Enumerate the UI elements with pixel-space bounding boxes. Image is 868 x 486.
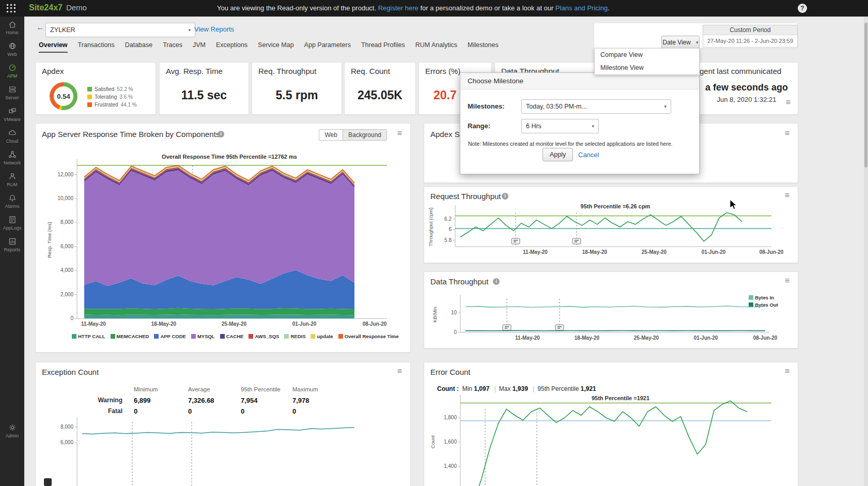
- tab-database[interactable]: Database: [125, 41, 153, 53]
- range-select[interactable]: 6 Hrs ▾: [521, 119, 599, 133]
- sidebar-item-rum[interactable]: RUM: [0, 169, 24, 190]
- scrollbar-thumb[interactable]: [864, 23, 867, 168]
- sidebar-item-home[interactable]: Home: [0, 17, 24, 38]
- svg-text:6,000: 6,000: [60, 244, 73, 249]
- register-here-link[interactable]: Register here: [378, 4, 419, 12]
- apply-button[interactable]: Apply: [542, 148, 573, 161]
- sidebar-item-label: RUM: [7, 182, 18, 187]
- sidebar-item-admin[interactable]: Admin: [0, 420, 24, 442]
- sidebar-item-web[interactable]: Web: [0, 38, 24, 60]
- table-cell: 0: [188, 407, 241, 418]
- sidebar-item-server[interactable]: Server: [0, 82, 24, 103]
- info-icon[interactable]: i: [218, 131, 224, 138]
- plans-pricing-link[interactable]: Plans and Pricing: [555, 4, 608, 12]
- info-icon[interactable]: i: [502, 193, 508, 200]
- svg-text:4,000: 4,000: [60, 267, 73, 273]
- svg-text:08-Jun-20: 08-Jun-20: [753, 335, 778, 341]
- sidebar-item-label: Web: [7, 52, 17, 57]
- tab-milestones[interactable]: Milestones: [468, 41, 499, 53]
- sidebar-item-alarms[interactable]: Alarms: [0, 190, 24, 212]
- chart-title: Data Throughput: [430, 277, 488, 286]
- sidebar-item-vmware[interactable]: VMware: [0, 103, 24, 125]
- menu-item-milestone-view[interactable]: Milestone View: [595, 62, 699, 74]
- app-grid-icon[interactable]: [7, 4, 16, 12]
- scrollbar[interactable]: [864, 17, 868, 486]
- chart-menu-icon[interactable]: ≡: [397, 368, 402, 375]
- sidebar-item-label: Alarms: [5, 204, 19, 209]
- brand-suffix: Demo: [66, 3, 87, 12]
- date-view-label: Date View: [662, 39, 690, 46]
- banner-text: for a personalized demo or take a look a…: [420, 4, 553, 12]
- tab-thread-profiles[interactable]: Thread Profiles: [361, 41, 405, 53]
- svg-text:01-Jun-20: 01-Jun-20: [694, 335, 718, 341]
- chart-menu-icon[interactable]: ≡: [785, 277, 789, 284]
- sidebar-item-reports[interactable]: Reports: [0, 234, 24, 255]
- chart-menu-icon[interactable]: ≡: [397, 130, 402, 137]
- range-select-value: 6 Hrs: [526, 123, 541, 130]
- sidebar-item-network[interactable]: Network: [0, 147, 24, 169]
- toggle-web[interactable]: Web: [319, 130, 342, 140]
- metric-title: Req. Throughput: [258, 67, 316, 75]
- svg-text:12,000: 12,000: [57, 172, 73, 177]
- menu-item-compare-view[interactable]: Compare View: [595, 49, 699, 62]
- tab-transactions[interactable]: Transactions: [78, 41, 115, 53]
- legend-item-overall-response-time[interactable]: Overall Response Time: [338, 333, 399, 339]
- legend-item-update[interactable]: update: [311, 333, 333, 339]
- sidebar-item-label: Network: [4, 160, 21, 165]
- legend-item-redis[interactable]: REDIS: [284, 333, 305, 339]
- legend-item-aws-sqs[interactable]: AWS_SQS: [249, 333, 279, 339]
- table-cell: 7,954: [241, 397, 292, 407]
- sidebar-item-label: VMware: [4, 117, 21, 122]
- tab-traces[interactable]: Traces: [163, 41, 182, 53]
- legend-item-cache[interactable]: CACHE: [220, 333, 244, 339]
- milestone-marker-icon[interactable]: [44, 478, 52, 486]
- chart-menu-icon[interactable]: ≡: [785, 192, 789, 199]
- svg-text:95th Percentile =6.26 cpm: 95th Percentile =6.26 cpm: [581, 203, 650, 209]
- custom-period-value[interactable]: 27-May-20 11:26 - 2-Jun-20 23:59: [703, 35, 797, 47]
- metric-value: 245.05K: [345, 88, 415, 102]
- help-icon[interactable]: ?: [798, 4, 807, 13]
- legend-item-memcached[interactable]: MEMCACHED: [111, 333, 149, 339]
- sidebar-item-label: Reports: [4, 247, 21, 252]
- sidebar-item-applogs[interactable]: AppLogs: [0, 212, 24, 234]
- sidebar-item-label: Home: [6, 30, 18, 35]
- back-arrow-icon[interactable]: ←: [36, 23, 44, 32]
- chevron-down-icon: ▾: [664, 104, 667, 109]
- chart-menu-icon[interactable]: ≡: [785, 368, 789, 375]
- tab-jvm[interactable]: JVM: [193, 41, 206, 53]
- card-menu-icon[interactable]: ≡: [786, 99, 791, 106]
- tab-app-parameters[interactable]: App Parameters: [304, 41, 351, 53]
- sidebar-item-cloud[interactable]: Cloud: [0, 125, 24, 147]
- tab-exceptions[interactable]: Exceptions: [216, 41, 247, 53]
- legend-item-http-call[interactable]: HTTP CALL: [72, 333, 105, 339]
- date-view-button[interactable]: Date View ▾: [661, 36, 700, 49]
- cancel-link[interactable]: Cancel: [578, 151, 599, 159]
- table-cell: 7,978: [292, 397, 344, 407]
- view-reports-link[interactable]: View Reports: [194, 25, 234, 33]
- table-cell: 6,899: [134, 397, 188, 407]
- svg-text:11-May-20: 11-May-20: [515, 335, 540, 341]
- milestones-select[interactable]: Today, 03:50 PM-m... ▾: [521, 99, 671, 114]
- sidebar-item-apm[interactable]: APM: [0, 60, 24, 82]
- application-select[interactable]: ZYLKER ▾: [45, 23, 195, 37]
- chart-title: Exception Count: [42, 368, 99, 376]
- legend-item-mysql[interactable]: MYSQL: [191, 333, 215, 339]
- table-corner: [42, 386, 134, 396]
- tab-service-map[interactable]: Service Map: [258, 41, 293, 53]
- modal-note: Note: Milestones created at monitor leve…: [468, 141, 673, 147]
- chart-menu-icon[interactable]: ≡: [785, 130, 789, 137]
- apdex-legend-item: Frustrated44.1 %: [87, 102, 137, 108]
- svg-text:01-Jun-20: 01-Jun-20: [702, 249, 726, 255]
- legend-item-app-code[interactable]: APP CODE: [154, 333, 185, 339]
- apdex-legend-item: Satisfied52.2 %: [87, 86, 137, 92]
- svg-text:18-May-20: 18-May-20: [151, 321, 177, 327]
- info-icon[interactable]: i: [493, 278, 500, 285]
- tab-overview[interactable]: Overview: [39, 41, 68, 53]
- tab-rum-analytics[interactable]: RUM Analytics: [415, 41, 457, 53]
- brand-logo[interactable]: Site24x7Demo: [29, 3, 87, 12]
- chart-card-request-throughput: Request Throughput i ≡ 6.265.811-May-201…: [424, 186, 798, 263]
- svg-text:2,000: 2,000: [60, 292, 73, 297]
- chevron-down-icon: ▾: [592, 124, 594, 129]
- chart-title: Request Throughput: [430, 192, 501, 201]
- toggle-background[interactable]: Background: [343, 130, 386, 140]
